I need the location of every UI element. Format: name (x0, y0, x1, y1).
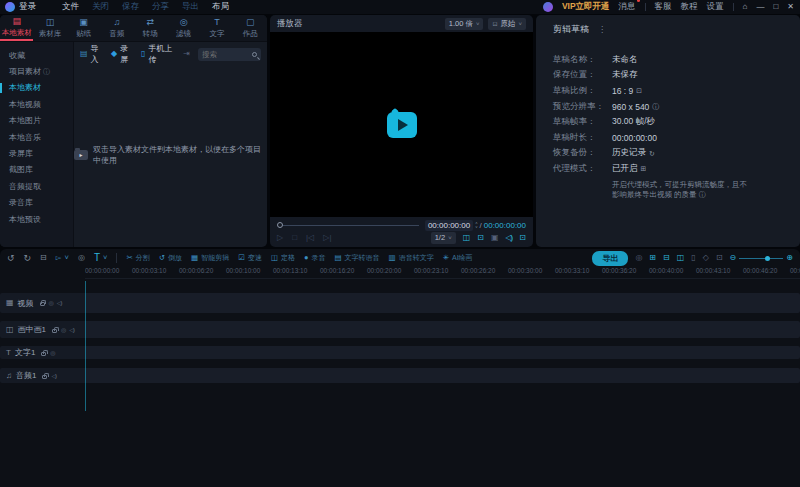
redo-icon[interactable]: ↻ (24, 254, 32, 263)
sidebar-item-local-video[interactable]: 本地视频 (0, 96, 73, 112)
track-manage-icon[interactable]: ⊟ (663, 254, 670, 262)
lock-icon[interactable] (42, 375, 47, 379)
import-hint-folder-icon[interactable]: ▸ (74, 150, 88, 160)
keyframe-icon[interactable]: ◎ (78, 254, 85, 262)
preview-quality-dropdown[interactable]: 1/2 ˅ (431, 232, 456, 244)
pip-track-header[interactable]: ◫ 画中画1 ◎ ◁) (0, 321, 85, 338)
tab-stickers[interactable]: ▣ 贴纸 (67, 15, 100, 41)
ai-paint-button[interactable]: ✳ AI绘画 (443, 253, 473, 263)
tab-stock-library[interactable]: ◫ 素材库 (33, 15, 66, 41)
record-voice-button[interactable]: ● 录音 (304, 253, 326, 263)
lock-icon[interactable] (40, 302, 45, 306)
login-button[interactable]: 登录 (19, 1, 36, 13)
import-list-icon[interactable]: ⇥ (183, 50, 190, 58)
menu-export[interactable]: 导出 (182, 1, 199, 13)
help-icon[interactable]: ⓘ (652, 103, 659, 110)
zoom-slider-handle[interactable] (765, 256, 770, 261)
speech-to-text-button[interactable]: ▥ 语音转文字 (389, 253, 434, 263)
fit-timeline-icon[interactable]: ⊡ (716, 254, 723, 262)
timeline-zoom-slider[interactable]: ⊖ ⊕ (730, 254, 793, 262)
tab-text[interactable]: T 文字 (200, 15, 233, 41)
reverse-button[interactable]: ↺ 倒放 (159, 253, 182, 263)
menu-share[interactable]: 分享 (152, 1, 169, 13)
tutorial-button[interactable]: 教程 (681, 1, 698, 13)
mute-speaker-icon[interactable]: ◁) (51, 373, 56, 379)
audio-track-lane[interactable] (85, 368, 800, 383)
tab-transitions[interactable]: ⇄ 转场 (134, 15, 167, 41)
next-frame-button[interactable]: ▷| (323, 234, 331, 242)
maximize-icon[interactable]: □ (773, 3, 778, 11)
compare-view-icon[interactable]: ◫ (463, 234, 471, 242)
play-button[interactable]: ▷ (277, 234, 283, 242)
more-icon[interactable]: ⋮ (598, 26, 606, 34)
sidebar-item-snapshots[interactable]: 截图库 (0, 162, 73, 178)
search-input[interactable] (202, 50, 252, 59)
tab-audio[interactable]: ♫ 音频 (100, 15, 133, 41)
speed-button[interactable]: ☑ 变速 (238, 253, 262, 263)
screen-record-button[interactable]: ◆ 录屏 (111, 43, 133, 65)
proxy-settings-icon[interactable]: ⊞ (641, 165, 647, 172)
display-mode-dropdown[interactable]: ⊡ 原始 ˅ (488, 18, 526, 30)
current-timecode[interactable]: 00:00:00:00 (425, 220, 473, 231)
close-icon[interactable]: ✕ (787, 3, 794, 11)
tab-local-media[interactable]: ▤ 本地素材 (0, 15, 33, 41)
menu-layout[interactable]: 布局 (212, 1, 229, 13)
marker-icon[interactable]: ▯ (691, 254, 695, 262)
previous-frame-button[interactable]: |◁ (306, 234, 314, 242)
tab-filters[interactable]: ◎ 滤镜 (167, 15, 200, 41)
support-button[interactable]: 客服 (655, 1, 672, 13)
home-icon[interactable]: ⌂ (743, 3, 748, 11)
seek-bar[interactable] (277, 222, 419, 228)
messages-button[interactable]: 消息 (619, 1, 636, 13)
trash-icon[interactable]: ⊟ (40, 254, 47, 262)
sidebar-item-local-media[interactable]: 本地素材 (0, 80, 73, 96)
pip-track-lane[interactable] (85, 321, 800, 338)
menu-close[interactable]: 关闭 (92, 1, 109, 13)
undo-icon[interactable]: ↺ (7, 254, 15, 263)
lock-icon[interactable] (41, 352, 46, 356)
freeze-frame-button[interactable]: ◫ 定格 (271, 253, 295, 263)
import-button[interactable]: ▤ 导入 (80, 43, 103, 65)
text-track-lane[interactable] (85, 346, 800, 359)
quick-text-tool[interactable]: T ˅ (94, 253, 108, 263)
menu-save[interactable]: 保存 (122, 1, 139, 13)
timeline-ruler[interactable]: 00:00:00:00 00:00:03:10 00:00:06:20 00:0… (85, 267, 800, 279)
grid-view-icon[interactable]: ⊡ (477, 234, 484, 242)
snapping-icon[interactable]: ◫ (677, 254, 685, 262)
select-tool[interactable]: ▻ ˅ (56, 254, 69, 262)
stop-button[interactable]: □ (292, 234, 297, 242)
sidebar-item-local-presets[interactable]: 本地预设 (0, 211, 73, 227)
audio-mixer-icon[interactable]: ⊞ (649, 254, 656, 262)
camera-snapshot-icon[interactable]: ▣ (491, 234, 499, 242)
timecode-stepper[interactable]: ˄ ˅ (475, 221, 477, 229)
render-preview-icon[interactable]: ◇ (703, 254, 709, 262)
split-button[interactable]: ✂ 分割 (126, 253, 149, 263)
tab-works[interactable]: ▢ 作品 (234, 15, 267, 41)
history-link[interactable]: 历史记录 (612, 147, 646, 159)
history-clock-icon[interactable]: ↻ (649, 150, 655, 157)
sidebar-item-local-images[interactable]: 本地图片 (0, 113, 73, 129)
eye-icon[interactable]: ◎ (61, 327, 65, 333)
minimize-icon[interactable]: — (756, 3, 764, 11)
account-avatar[interactable] (543, 2, 553, 12)
phone-upload-button[interactable]: ▯ 手机上传 (141, 43, 175, 65)
record-icon[interactable]: ◎ (635, 254, 642, 262)
zoom-out-icon[interactable]: ⊖ (730, 254, 737, 262)
sidebar-item-screen-recordings[interactable]: 录屏库 (0, 145, 73, 161)
text-to-speech-button[interactable]: ▤ 文字转语音 (335, 253, 380, 263)
fullscreen-icon[interactable]: ⊡ (519, 234, 526, 242)
aspect-ratio-selector-icon[interactable]: ⊡ (636, 87, 642, 94)
video-track-header[interactable]: ▦ 视频 ◎ ◁) (0, 293, 85, 313)
sidebar-item-favorites[interactable]: 收藏 (0, 47, 73, 63)
video-track-lane[interactable] (85, 293, 800, 313)
text-track-header[interactable]: T 文字1 ◎ (0, 346, 85, 359)
zoom-in-icon[interactable]: ⊕ (786, 254, 793, 262)
audio-track-header[interactable]: ♫ 音频1 ◁) (0, 368, 85, 383)
export-button[interactable]: 导出 (592, 251, 628, 266)
sidebar-item-project-media[interactable]: 项目素材 ⓘ (0, 63, 73, 79)
eye-icon[interactable]: ◎ (50, 350, 54, 356)
playhead[interactable] (85, 281, 86, 411)
sidebar-item-voice-recordings[interactable]: 录音库 (0, 195, 73, 211)
lock-icon[interactable] (52, 329, 57, 333)
playback-speed-dropdown[interactable]: 1.00 倍 ˅ (445, 18, 484, 30)
